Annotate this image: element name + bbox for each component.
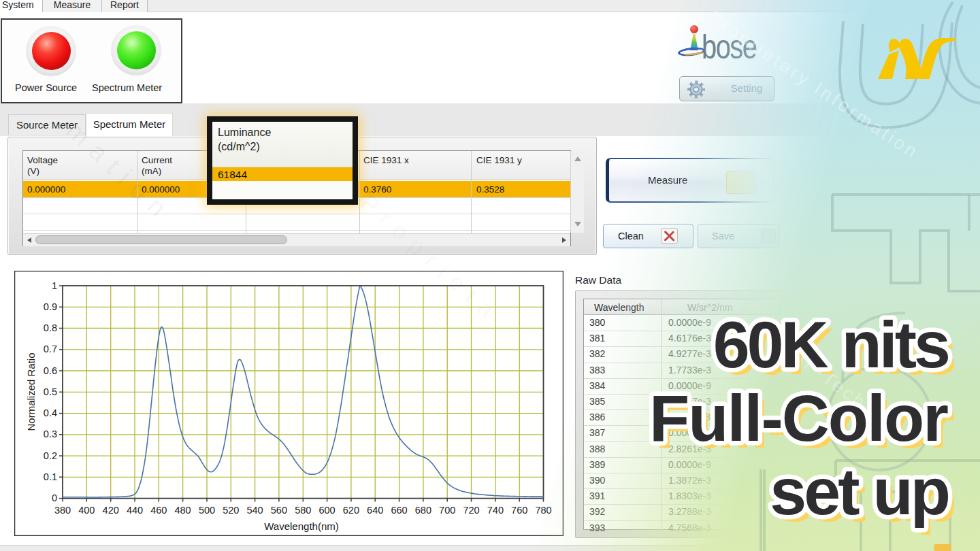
svg-text:Normalized Ratio: Normalized Ratio: [25, 352, 37, 431]
svg-text:0.6: 0.6: [44, 365, 57, 376]
svg-text:0.9: 0.9: [44, 301, 57, 312]
svg-text:580: 580: [295, 505, 311, 516]
svg-text:480: 480: [174, 505, 191, 516]
svg-text:540: 540: [246, 505, 263, 516]
svg-text:60K nits: 60K nits: [713, 307, 948, 382]
svg-text:660: 660: [391, 505, 407, 516]
svg-text:Wavelength(nm): Wavelength(nm): [264, 520, 338, 532]
svg-text:Full-Color: Full-Color: [649, 381, 948, 455]
svg-text:440: 440: [127, 505, 143, 516]
svg-text:460: 460: [150, 505, 167, 516]
svg-text:set up: set up: [770, 454, 948, 529]
svg-text:700: 700: [439, 505, 455, 516]
svg-text:400: 400: [78, 505, 95, 516]
svg-text:640: 640: [367, 505, 383, 516]
svg-text:0.5: 0.5: [44, 386, 57, 397]
svg-text:520: 520: [223, 505, 239, 516]
svg-text:560: 560: [271, 505, 287, 516]
svg-text:740: 740: [487, 505, 504, 516]
svg-text:0.8: 0.8: [44, 322, 57, 333]
svg-text:0.2: 0.2: [44, 450, 57, 461]
svg-text:760: 760: [511, 505, 527, 516]
svg-text:0.4: 0.4: [44, 407, 57, 418]
svg-text:720: 720: [463, 505, 479, 516]
svg-text:620: 620: [343, 505, 359, 516]
svg-text:780: 780: [535, 505, 551, 516]
svg-text:420: 420: [103, 505, 119, 516]
svg-text:0.7: 0.7: [44, 344, 57, 354]
svg-text:380: 380: [54, 505, 71, 516]
svg-text:0: 0: [52, 492, 57, 503]
svg-text:680: 680: [415, 505, 431, 516]
svg-text:1: 1: [52, 280, 57, 291]
svg-text:600: 600: [318, 505, 335, 516]
svg-text:0.3: 0.3: [44, 429, 57, 439]
svg-text:500: 500: [199, 505, 215, 516]
svg-text:0.1: 0.1: [44, 471, 57, 482]
